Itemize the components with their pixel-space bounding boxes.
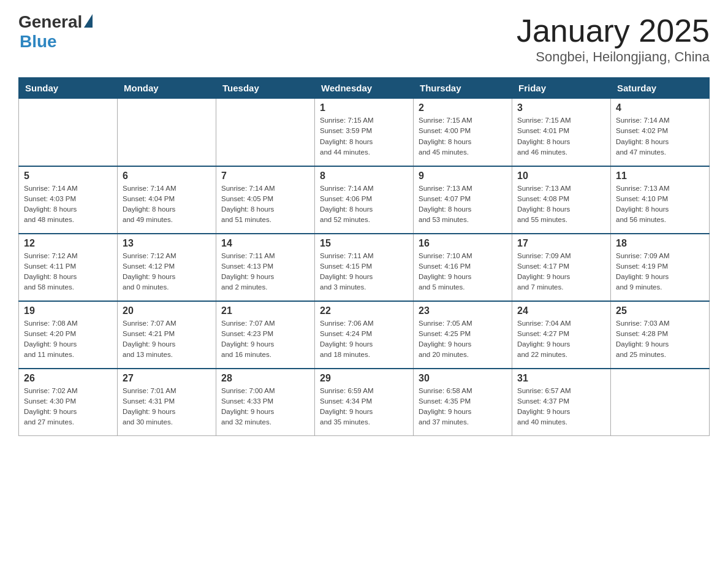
- calendar-cell: 18Sunrise: 7:09 AM Sunset: 4:19 PM Dayli…: [611, 234, 710, 301]
- day-info: Sunrise: 7:13 AM Sunset: 4:10 PM Dayligh…: [616, 183, 704, 226]
- calendar-cell: 30Sunrise: 6:58 AM Sunset: 4:35 PM Dayli…: [414, 369, 512, 436]
- day-number: 24: [517, 305, 605, 316]
- calendar-cell: 26Sunrise: 7:02 AM Sunset: 4:30 PM Dayli…: [19, 369, 118, 436]
- day-info: Sunrise: 7:15 AM Sunset: 3:59 PM Dayligh…: [320, 115, 408, 158]
- calendar-cell: 11Sunrise: 7:13 AM Sunset: 4:10 PM Dayli…: [611, 166, 710, 234]
- day-number: 31: [517, 373, 605, 384]
- weekday-header-tuesday: Tuesday: [216, 78, 315, 99]
- weekday-header-friday: Friday: [512, 78, 611, 99]
- day-number: 2: [419, 102, 507, 113]
- day-info: Sunrise: 7:02 AM Sunset: 4:30 PM Dayligh…: [24, 386, 112, 428]
- logo-blue-text: Blue: [20, 32, 57, 52]
- week-row-5: 26Sunrise: 7:02 AM Sunset: 4:30 PM Dayli…: [19, 369, 710, 436]
- day-info: Sunrise: 7:13 AM Sunset: 4:07 PM Dayligh…: [419, 183, 507, 226]
- calendar-cell: 19Sunrise: 7:08 AM Sunset: 4:20 PM Dayli…: [19, 301, 118, 369]
- day-info: Sunrise: 7:06 AM Sunset: 4:24 PM Dayligh…: [320, 318, 408, 361]
- day-info: Sunrise: 6:57 AM Sunset: 4:37 PM Dayligh…: [517, 386, 605, 428]
- weekday-header-row: SundayMondayTuesdayWednesdayThursdayFrid…: [19, 78, 710, 99]
- calendar-cell: 3Sunrise: 7:15 AM Sunset: 4:01 PM Daylig…: [512, 99, 611, 166]
- day-info: Sunrise: 7:15 AM Sunset: 4:01 PM Dayligh…: [517, 115, 605, 158]
- calendar-cell: 8Sunrise: 7:14 AM Sunset: 4:06 PM Daylig…: [315, 166, 414, 234]
- day-info: Sunrise: 7:10 AM Sunset: 4:16 PM Dayligh…: [419, 251, 507, 293]
- weekday-header-thursday: Thursday: [414, 78, 512, 99]
- day-info: Sunrise: 7:14 AM Sunset: 4:04 PM Dayligh…: [123, 183, 211, 226]
- day-number: 13: [123, 238, 211, 249]
- calendar-table: SundayMondayTuesdayWednesdayThursdayFrid…: [18, 77, 710, 436]
- day-number: 9: [419, 170, 507, 182]
- day-number: 1: [320, 102, 408, 113]
- calendar-subtitle: Songbei, Heilongjiang, China: [517, 49, 710, 65]
- calendar-cell: 9Sunrise: 7:13 AM Sunset: 4:07 PM Daylig…: [414, 166, 512, 234]
- calendar-cell: 1Sunrise: 7:15 AM Sunset: 3:59 PM Daylig…: [315, 99, 414, 166]
- day-number: 5: [24, 170, 112, 182]
- day-info: Sunrise: 7:09 AM Sunset: 4:19 PM Dayligh…: [616, 251, 704, 293]
- day-number: 7: [221, 170, 309, 182]
- day-number: 14: [221, 238, 309, 249]
- day-info: Sunrise: 7:15 AM Sunset: 4:00 PM Dayligh…: [419, 115, 507, 158]
- day-info: Sunrise: 7:01 AM Sunset: 4:31 PM Dayligh…: [123, 386, 211, 428]
- calendar-cell: 28Sunrise: 7:00 AM Sunset: 4:33 PM Dayli…: [216, 369, 315, 436]
- day-number: 12: [24, 238, 112, 249]
- weekday-header-wednesday: Wednesday: [315, 78, 414, 99]
- day-info: Sunrise: 7:09 AM Sunset: 4:17 PM Dayligh…: [517, 251, 605, 293]
- day-number: 19: [24, 305, 112, 316]
- weekday-header-monday: Monday: [118, 78, 216, 99]
- day-number: 11: [616, 170, 704, 182]
- day-info: Sunrise: 7:14 AM Sunset: 4:03 PM Dayligh…: [24, 183, 112, 226]
- day-number: 17: [517, 238, 605, 249]
- day-info: Sunrise: 7:13 AM Sunset: 4:08 PM Dayligh…: [517, 183, 605, 226]
- day-info: Sunrise: 7:12 AM Sunset: 4:11 PM Dayligh…: [24, 251, 112, 293]
- day-number: 18: [616, 238, 704, 249]
- day-number: 8: [320, 170, 408, 182]
- day-info: Sunrise: 7:07 AM Sunset: 4:21 PM Dayligh…: [123, 318, 211, 361]
- logo: General Blue: [18, 12, 93, 52]
- calendar-cell: [19, 99, 118, 166]
- day-number: 27: [123, 373, 211, 384]
- week-row-3: 12Sunrise: 7:12 AM Sunset: 4:11 PM Dayli…: [19, 234, 710, 301]
- day-number: 23: [419, 305, 507, 316]
- calendar-cell: 21Sunrise: 7:07 AM Sunset: 4:23 PM Dayli…: [216, 301, 315, 369]
- calendar-title: January 2025: [517, 12, 710, 49]
- week-row-2: 5Sunrise: 7:14 AM Sunset: 4:03 PM Daylig…: [19, 166, 710, 234]
- day-info: Sunrise: 7:08 AM Sunset: 4:20 PM Dayligh…: [24, 318, 112, 361]
- calendar-cell: 4Sunrise: 7:14 AM Sunset: 4:02 PM Daylig…: [611, 99, 710, 166]
- day-number: 10: [517, 170, 605, 182]
- logo-general-text: General: [18, 12, 82, 32]
- weekday-header-saturday: Saturday: [611, 78, 710, 99]
- calendar-cell: 2Sunrise: 7:15 AM Sunset: 4:00 PM Daylig…: [414, 99, 512, 166]
- day-number: 29: [320, 373, 408, 384]
- day-number: 15: [320, 238, 408, 249]
- day-info: Sunrise: 7:11 AM Sunset: 4:15 PM Dayligh…: [320, 251, 408, 293]
- calendar-cell: 20Sunrise: 7:07 AM Sunset: 4:21 PM Dayli…: [118, 301, 216, 369]
- day-number: 3: [517, 102, 605, 113]
- calendar-cell: 22Sunrise: 7:06 AM Sunset: 4:24 PM Dayli…: [315, 301, 414, 369]
- calendar-cell: [118, 99, 216, 166]
- week-row-4: 19Sunrise: 7:08 AM Sunset: 4:20 PM Dayli…: [19, 301, 710, 369]
- day-number: 21: [221, 305, 309, 316]
- day-info: Sunrise: 6:59 AM Sunset: 4:34 PM Dayligh…: [320, 386, 408, 428]
- calendar-cell: [611, 369, 710, 436]
- logo-triangle-icon: [84, 14, 93, 28]
- day-info: Sunrise: 7:05 AM Sunset: 4:25 PM Dayligh…: [419, 318, 507, 361]
- day-number: 25: [616, 305, 704, 316]
- calendar-cell: [216, 99, 315, 166]
- day-info: Sunrise: 6:58 AM Sunset: 4:35 PM Dayligh…: [419, 386, 507, 428]
- day-number: 6: [123, 170, 211, 182]
- day-number: 28: [221, 373, 309, 384]
- calendar-cell: 13Sunrise: 7:12 AM Sunset: 4:12 PM Dayli…: [118, 234, 216, 301]
- title-area: January 2025 Songbei, Heilongjiang, Chin…: [517, 12, 710, 65]
- day-info: Sunrise: 7:04 AM Sunset: 4:27 PM Dayligh…: [517, 318, 605, 361]
- calendar-cell: 14Sunrise: 7:11 AM Sunset: 4:13 PM Dayli…: [216, 234, 315, 301]
- week-row-1: 1Sunrise: 7:15 AM Sunset: 3:59 PM Daylig…: [19, 99, 710, 166]
- calendar-cell: 10Sunrise: 7:13 AM Sunset: 4:08 PM Dayli…: [512, 166, 611, 234]
- day-number: 20: [123, 305, 211, 316]
- day-info: Sunrise: 7:14 AM Sunset: 4:05 PM Dayligh…: [221, 183, 309, 226]
- calendar-cell: 5Sunrise: 7:14 AM Sunset: 4:03 PM Daylig…: [19, 166, 118, 234]
- day-info: Sunrise: 7:12 AM Sunset: 4:12 PM Dayligh…: [123, 251, 211, 293]
- day-info: Sunrise: 7:07 AM Sunset: 4:23 PM Dayligh…: [221, 318, 309, 361]
- calendar-cell: 24Sunrise: 7:04 AM Sunset: 4:27 PM Dayli…: [512, 301, 611, 369]
- day-number: 26: [24, 373, 112, 384]
- page-header: General Blue January 2025 Songbei, Heilo…: [18, 12, 710, 65]
- calendar-cell: 16Sunrise: 7:10 AM Sunset: 4:16 PM Dayli…: [414, 234, 512, 301]
- day-number: 4: [616, 102, 704, 113]
